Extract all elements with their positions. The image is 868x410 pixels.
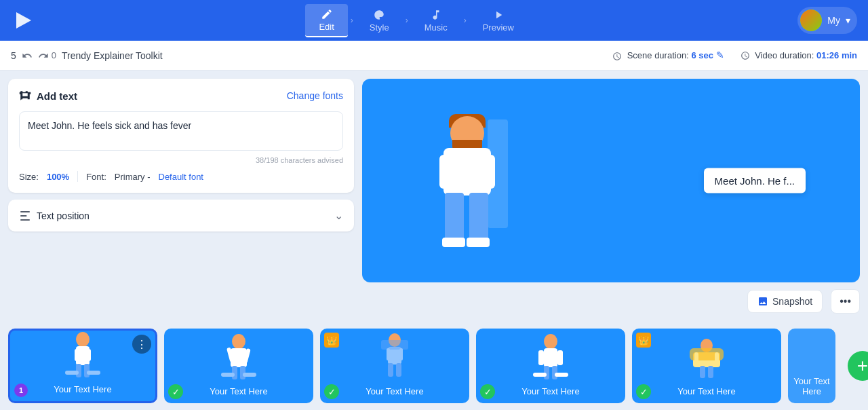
position-title: Text position [19,210,90,222]
text-options: Size: 100% Font: Primary - Default font [19,171,343,182]
char-arm-right [483,155,495,189]
change-fonts-button[interactable]: Change fonts [287,90,343,101]
svg-point-1 [76,332,90,347]
text-input[interactable]: Meet John. He feels sick and has fever [19,111,343,151]
svg-rect-23 [399,348,403,360]
user-name: My [827,15,840,26]
chevron-down-icon: ⌄ [334,209,343,222]
font-default-button[interactable]: Default font [159,172,204,182]
avatar [800,10,822,31]
film-char-3 [368,333,422,384]
snapshot-button[interactable]: Snapshot [747,290,823,313]
filmstrip-item-5[interactable]: Your Text Here ✓ 👑 [632,329,781,403]
nav-chevron-1: › [351,16,353,25]
text-card-header: Add text Change fonts [19,90,343,102]
nav-step-music[interactable]: Music [411,5,461,37]
app-logo[interactable] [11,8,35,33]
preview-character [430,113,518,262]
toolbar-left: 5 0 Trendy Explainer Toolkit [11,50,163,61]
svg-rect-21 [396,363,401,377]
preview-area: Meet John. He f... Snapshot ••• [362,79,860,314]
bubble-text: Meet John. He f... [715,175,795,187]
film-char-1 [56,331,110,382]
filmstrip-item-1[interactable]: Your Text Here 1 ⋮ [8,329,157,403]
svg-rect-25 [544,348,557,367]
filmstrip-item-4[interactable]: Your Text Here ✓ [476,329,625,403]
svg-rect-6 [87,349,91,361]
filmstrip-item-6[interactable]: Your Text Here [788,329,835,403]
svg-rect-26 [544,366,549,379]
film-char-4 [524,333,578,384]
preview-canvas: Meet John. He f... [362,79,860,282]
svg-rect-37 [694,352,698,363]
film-more-button-1[interactable]: ⋮ [132,335,151,354]
film-label-5: Your Text Here [632,386,781,396]
svg-rect-11 [232,366,237,379]
svg-rect-30 [533,373,547,377]
position-icon [19,210,31,222]
preview-text-bubble: Meet John. He f... [704,168,806,193]
svg-rect-38 [715,352,719,363]
svg-rect-36 [708,366,713,378]
top-navigation: Edit › Style › Music › Preview My ▾ [0,0,868,41]
svg-rect-28 [538,350,544,365]
svg-rect-8 [87,371,100,375]
film-label-3: Your Text Here [320,386,469,396]
text-position-card[interactable]: Text position ⌄ [8,200,354,231]
char-shoe-right [467,238,490,247]
svg-rect-22 [387,348,390,360]
svg-marker-0 [16,12,31,29]
film-badge-3: ✓ [324,384,339,399]
edit-duration-icon[interactable]: ✎ [716,50,724,60]
edit-step-label: Edit [319,22,334,32]
video-duration: Video duration: 01:26 min [741,50,857,61]
nav-steps: Edit › Style › Music › Preview [305,4,528,37]
film-label-1: Your Text Here [10,384,155,394]
svg-rect-27 [552,366,557,379]
add-scene-button[interactable]: + [848,351,868,381]
redo-button[interactable]: 0 [38,50,56,61]
user-menu[interactable]: My ▾ [797,7,857,34]
film-badge-1: 1 [14,384,28,397]
add-text-label: Add text [37,90,77,102]
char-shoe-left [442,238,465,247]
size-label: Size: [19,172,39,182]
toolbar: 5 0 Trendy Explainer Toolkit Scene durat… [0,41,868,71]
undo-button[interactable] [22,50,33,61]
main-content: Add text Change fonts Meet John. He feel… [0,71,868,322]
svg-point-24 [544,334,557,349]
snapshot-label: Snapshot [772,296,812,307]
svg-rect-35 [700,366,705,378]
nav-step-edit[interactable]: Edit [305,4,347,37]
svg-rect-29 [557,350,563,365]
snapshot-icon [757,296,768,307]
film-badge-2: ✓ [168,384,183,399]
nav-step-preview[interactable]: Preview [469,5,528,37]
video-duration-label: Video duration: [755,50,814,60]
char-count: 38/198 characters advised [19,156,343,164]
style-step-label: Style [370,22,389,33]
size-value[interactable]: 100% [47,172,69,182]
filmstrip-item-2[interactable]: Your Text Here ✓ [164,329,313,403]
char-pants-right [469,193,488,240]
filmstrip-item-3[interactable]: Your Text Here ✓ 👑 [320,329,469,403]
filmstrip: Your Text Here 1 ⋮ Your Text Here ✓ [0,322,868,410]
add-text-title: Add text [19,90,77,102]
svg-rect-19 [381,340,408,350]
svg-rect-15 [221,373,235,377]
nav-step-style[interactable]: Style [356,5,403,37]
svg-rect-20 [388,363,393,377]
chevron-down-icon: ▾ [846,15,850,26]
film-badge-5: ✓ [636,384,651,399]
film-label-6: Your Text Here [788,376,835,396]
video-duration-val: 01:26 min [816,50,857,60]
film-badge-4: ✓ [480,384,495,399]
scene-number: 5 [11,50,16,61]
svg-rect-4 [84,364,90,377]
font-label: Font: [86,172,106,182]
more-options-button[interactable]: ••• [831,289,860,314]
svg-rect-16 [243,373,256,377]
film-char-2 [212,333,266,384]
film-label-2: Your Text Here [164,386,313,396]
left-panel: Add text Change fonts Meet John. He feel… [8,79,354,314]
